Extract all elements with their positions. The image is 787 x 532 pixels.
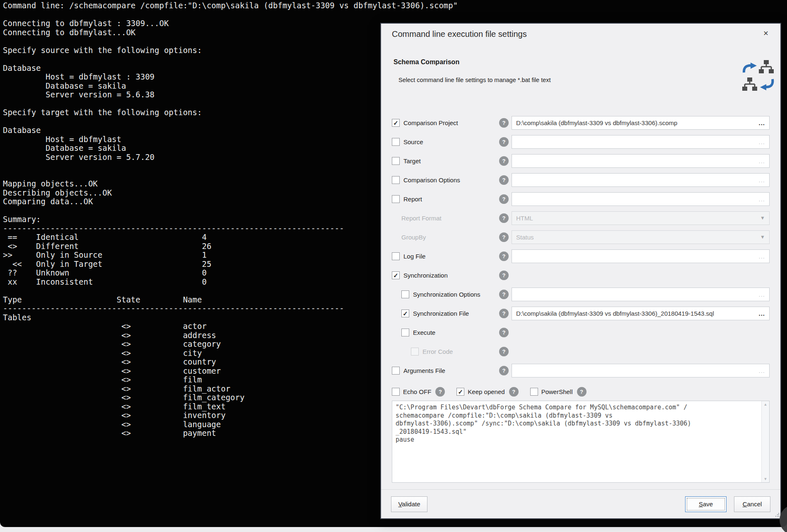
checkbox-keep-opened[interactable]: ✓: [456, 388, 464, 396]
dropdown-arrow-icon[interactable]: ▼: [760, 215, 765, 221]
checkbox-report[interactable]: [392, 195, 400, 203]
checkbox-source[interactable]: [392, 138, 400, 146]
field-area-log-file: ...: [512, 249, 770, 263]
label-group-synchronization-options: Synchronization Options: [392, 290, 499, 298]
help-icon-comparison-options[interactable]: ?: [499, 175, 509, 185]
select-groupby[interactable]: Status▼: [512, 230, 770, 244]
checkbox-synchronization-file[interactable]: ✓: [401, 310, 409, 317]
dropdown-arrow-icon[interactable]: ▼: [760, 234, 765, 240]
help-icon-log-file[interactable]: ?: [499, 251, 509, 261]
browse-button-report[interactable]: ...: [755, 196, 765, 203]
help-icon-keep-opened[interactable]: ?: [509, 387, 519, 397]
cancel-button[interactable]: Cancel: [734, 496, 770, 512]
input-log-file[interactable]: ...: [512, 249, 770, 263]
scroll-up-icon[interactable]: ▲: [764, 402, 768, 406]
field-area-groupby: Status▼: [512, 230, 770, 244]
label-report-format: Report Format: [401, 215, 442, 222]
label-echo-off: Echo OFF: [403, 388, 431, 395]
dialog-footer: Validate Save Cancel: [381, 489, 780, 518]
input-arguments-file[interactable]: ...: [512, 364, 770, 377]
scroll-down-icon[interactable]: ▼: [764, 477, 768, 481]
browse-button-target[interactable]: ...: [755, 157, 765, 164]
browse-button-log-file[interactable]: ...: [755, 253, 765, 260]
label-group-log-file: Log File: [392, 252, 499, 260]
checkbox-comparison-project[interactable]: ✓: [392, 119, 400, 127]
validate-button[interactable]: Validate: [391, 496, 427, 512]
browse-button-comparison-project[interactable]: ...: [755, 119, 765, 126]
browse-button-synchronization-file[interactable]: ...: [755, 310, 765, 317]
checkbox-synchronization-options[interactable]: [401, 290, 409, 298]
label-group-comparison-options: Comparison Options: [392, 176, 499, 184]
label-group-execute: Execute: [392, 329, 499, 336]
label-group-target: Target: [392, 157, 499, 165]
label-group-synchronization: ✓Synchronization: [392, 271, 499, 279]
dialog-title: Command line execution file settings: [392, 29, 527, 39]
batch-scrollbar[interactable]: ▲ ▼: [761, 401, 769, 482]
checkbox-arguments-file[interactable]: [392, 367, 400, 375]
input-synchronization-file[interactable]: D:\comp\sakila (dbfmylast-3309 vs dbfmyl…: [512, 307, 770, 320]
form-row-error-code: Error Code?: [392, 342, 770, 361]
help-icon-error-code[interactable]: ?: [499, 347, 509, 356]
help-icon-powershell[interactable]: ?: [577, 387, 587, 397]
browse-button-comparison-options[interactable]: ...: [755, 177, 765, 184]
help-icon-synchronization-options[interactable]: ?: [499, 290, 509, 299]
close-icon[interactable]: ✕: [760, 27, 772, 39]
help-icon-execute[interactable]: ?: [499, 328, 509, 337]
field-area-source: ...: [512, 135, 770, 149]
form-row-groupby: GroupBy?Status▼: [392, 227, 770, 247]
field-area-synchronization-file: D:\comp\sakila (dbfmylast-3309 vs dbfmyl…: [512, 307, 770, 320]
label-synchronization-file: Synchronization File: [413, 310, 469, 317]
input-comparison-options[interactable]: ...: [512, 173, 770, 187]
help-icon-synchronization-file[interactable]: ?: [499, 309, 509, 318]
browse-button-synchronization-options[interactable]: ...: [755, 291, 765, 298]
settings-form: ✓Comparison Project?D:\comp\sakila (dbfm…: [392, 113, 770, 380]
label-keep-opened: Keep opened: [468, 388, 505, 395]
command-line-settings-dialog: Command line execution file settings ✕ S…: [380, 23, 781, 519]
batch-text-area[interactable]: "C:\Program Files\Devart\dbForge Schema …: [392, 401, 770, 483]
form-row-comparison-project: ✓Comparison Project?D:\comp\sakila (dbfm…: [392, 113, 770, 132]
browse-button-source[interactable]: ...: [755, 138, 765, 145]
help-icon-report-format[interactable]: ?: [499, 213, 509, 223]
browse-button-arguments-file[interactable]: ...: [755, 367, 765, 374]
checkbox-echo-off[interactable]: [392, 388, 400, 396]
help-icon-groupby[interactable]: ?: [499, 232, 509, 242]
field-area-report-format: HTML▼: [512, 211, 770, 225]
help-icon-report[interactable]: ?: [499, 194, 509, 204]
checkbox-error-code[interactable]: [411, 348, 419, 355]
input-report[interactable]: ...: [512, 192, 770, 206]
value-synchronization-file: D:\comp\sakila (dbfmylast-3309 vs dbfmyl…: [516, 310, 714, 317]
help-icon-synchronization[interactable]: ?: [499, 271, 509, 280]
help-icon-comparison-project[interactable]: ?: [499, 118, 509, 128]
form-row-synchronization: ✓Synchronization?: [392, 266, 770, 285]
input-source[interactable]: ...: [512, 135, 770, 149]
save-button[interactable]: Save: [685, 496, 727, 512]
form-row-report: Report?...: [392, 189, 770, 208]
checkbox-synchronization[interactable]: ✓: [392, 271, 400, 279]
select-report-format[interactable]: HTML▼: [512, 211, 770, 225]
value-report-format: HTML: [516, 215, 533, 222]
form-row-execute: Execute?: [392, 323, 770, 342]
resize-grip-icon[interactable]: [775, 513, 779, 517]
label-groupby: GroupBy: [401, 234, 426, 241]
form-row-arguments-file: Arguments File?...: [392, 361, 770, 380]
input-target[interactable]: ...: [512, 154, 770, 168]
checkbox-log-file[interactable]: [392, 252, 400, 260]
value-comparison-project: D:\comp\sakila (dbfmylast-3309 vs dbfmyl…: [516, 119, 677, 126]
label-group-arguments-file: Arguments File: [392, 367, 499, 375]
help-icon-echo-off[interactable]: ?: [435, 387, 445, 397]
checkbox-execute[interactable]: [401, 329, 409, 336]
flag-keep-opened: ✓Keep opened?: [456, 387, 518, 397]
input-comparison-project[interactable]: D:\comp\sakila (dbfmylast-3309 vs dbfmyl…: [512, 116, 770, 130]
checkbox-comparison-options[interactable]: [392, 176, 400, 184]
help-icon-source[interactable]: ?: [499, 137, 509, 147]
label-error-code: Error Code: [422, 348, 453, 355]
checkbox-target[interactable]: [392, 157, 400, 165]
label-target: Target: [403, 157, 421, 164]
schema-comparison-heading: Schema Comparison: [394, 58, 459, 66]
help-icon-arguments-file[interactable]: ?: [499, 366, 509, 375]
help-icon-target[interactable]: ?: [499, 156, 509, 166]
flag-echo-off: Echo OFF?: [392, 387, 445, 397]
form-row-log-file: Log File?...: [392, 247, 770, 266]
checkbox-powershell[interactable]: [530, 388, 538, 396]
input-synchronization-options[interactable]: ...: [512, 288, 770, 301]
